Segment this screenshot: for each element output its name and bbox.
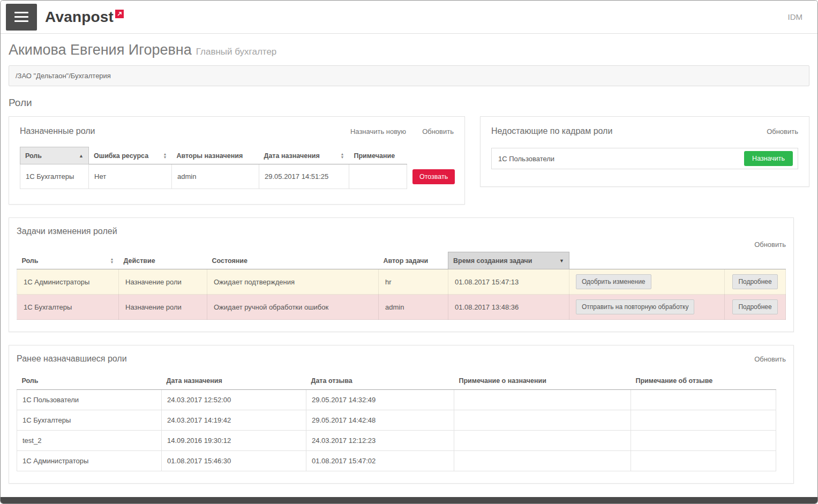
assigned-role-row: 1С Бухгалтеры Нет admin 29.05.2017 14:51…: [20, 164, 454, 189]
cell-assignment-date: 01.08.2017 15:46:30: [162, 450, 306, 471]
cell-revoke-note: [631, 389, 776, 410]
cell-actions: Отозвать: [407, 164, 454, 189]
cell-role: 1С Пользователи: [17, 389, 162, 410]
cell-revoke-date: 24.03.2017 12:12:23: [306, 430, 454, 450]
refresh-previous-roles-link[interactable]: Обновить: [754, 355, 786, 363]
column-header-role[interactable]: Роль: [17, 252, 119, 269]
top-bar: Avanpost IDM: [1, 1, 817, 34]
cell-created-at: 01.08.2017 15:47:13: [448, 269, 569, 295]
cell-details: Подробнее: [725, 269, 786, 295]
cell-assignment-date: 14.09.2016 19:30:12: [162, 430, 306, 450]
user-position: Главный бухгалтер: [196, 47, 277, 57]
refresh-missing-roles-link[interactable]: Обновить: [767, 127, 798, 136]
details-button[interactable]: Подробнее: [732, 274, 777, 289]
column-header-assignment-date[interactable]: Дата назначения: [259, 147, 349, 164]
role-tasks-title: Задачи изменения ролей: [17, 227, 786, 236]
arrow-up-right-icon: [115, 10, 124, 18]
previous-roles-title: Ранее назначавшиеся роли: [17, 354, 127, 364]
column-header-resource-error[interactable]: Ошибка ресурса: [89, 147, 172, 164]
logo-text: Avanpost: [45, 10, 114, 25]
missing-roles-panel: Недостающие по кадрам роли Обновить 1С П…: [480, 116, 809, 187]
column-header-action[interactable]: Действие: [119, 252, 207, 269]
cell-assignment-date: 24.03.2017 14:19:42: [162, 410, 306, 430]
previous-role-row: 1С Администраторы 01.08.2017 15:46:30 01…: [17, 450, 776, 471]
assigned-roles-actions: Назначить новую Обновить: [350, 127, 454, 136]
resubmit-processing-button[interactable]: Отправить на повторную обработку: [576, 299, 694, 314]
assigned-roles-panel: Назначенные роли Назначить новую Обновит…: [9, 116, 465, 205]
assigned-roles-title: Назначенные роли: [20, 126, 95, 136]
cell-revoke-note: [631, 430, 776, 450]
avanpost-logo[interactable]: Avanpost: [45, 10, 124, 25]
content-area: Акимова Евгения ИгоревнаГлавный бухгалте…: [1, 34, 817, 497]
approve-change-button[interactable]: Одобрить изменение: [576, 274, 651, 289]
role-tasks-panel: Задачи изменения ролей Обновить Роль Дей…: [9, 217, 794, 332]
sort-icon: [110, 258, 114, 264]
hamburger-icon: [14, 16, 28, 18]
sort-ascending-icon: [79, 153, 84, 159]
column-header-role[interactable]: Роль: [20, 147, 89, 164]
cell-created-at: 01.08.2017 13:48:36: [448, 295, 569, 320]
previous-role-row: test_2 14.09.2016 19:30:12 24.03.2017 12…: [17, 430, 776, 450]
cell-action: Назначение роли: [119, 295, 207, 320]
cell-role: 1С Бухгалтеры: [17, 295, 119, 320]
product-label: IDM: [788, 12, 803, 21]
table-header-row: Роль Дата назначения Дата отзыва Примеча…: [17, 372, 776, 389]
cell-action: Назначение роли: [119, 269, 207, 295]
cell-assignment-note: [454, 450, 631, 471]
cell-state: Ожидает подтверждения: [207, 269, 379, 295]
cell-resource-error: Нет: [89, 164, 172, 189]
refresh-assigned-roles-link[interactable]: Обновить: [422, 127, 454, 136]
cell-task-action: Одобрить изменение: [569, 269, 725, 295]
sort-descending-icon: [559, 258, 564, 264]
column-header-revoke-note[interactable]: Примечание об отзыве: [631, 372, 776, 389]
cell-revoke-date: 29.05.2017 14:32:49: [306, 389, 454, 410]
cell-note: [349, 164, 407, 189]
refresh-role-tasks-link[interactable]: Обновить: [754, 240, 786, 249]
task-row-error: 1С Бухгалтеры Назначение роли Ожидает ру…: [17, 295, 786, 320]
missing-roles-title: Недостающие по кадрам роли: [491, 126, 612, 136]
org-path: /ЗАО "Дельтаон"/Бухгалтерия: [9, 65, 809, 86]
assign-new-role-link[interactable]: Назначить новую: [350, 127, 406, 136]
menu-button[interactable]: [6, 4, 37, 31]
assign-role-button[interactable]: Назначить: [744, 151, 793, 166]
column-header-assignment-authors[interactable]: Авторы назначения: [172, 147, 259, 164]
user-full-name: Акимова Евгения Игоревна: [9, 42, 192, 58]
app-window: Avanpost IDM Акимова Евгения ИгоревнаГла…: [0, 0, 818, 504]
cell-revoke-date: 01.08.2017 15:47:02: [306, 450, 454, 471]
revoke-role-button[interactable]: Отозвать: [412, 169, 455, 184]
cell-role: 1С Администраторы: [17, 450, 162, 471]
cell-assignment-date: 29.05.2017 14:51:25: [259, 164, 349, 189]
column-header-assignment-date[interactable]: Дата назначения: [162, 372, 306, 389]
previous-roles-header: Ранее назначавшиеся роли Обновить: [17, 354, 786, 364]
column-header-assignment-note[interactable]: Примечание о назначении: [454, 372, 631, 389]
sort-icon: [163, 153, 167, 159]
cell-author: hr: [379, 269, 448, 295]
column-header-task-author[interactable]: Автор задачи: [379, 252, 448, 269]
missing-roles-actions: Обновить: [767, 127, 798, 136]
previous-roles-table: Роль Дата назначения Дата отзыва Примеча…: [17, 372, 776, 471]
bottom-bar: [1, 497, 817, 503]
cell-role: test_2: [17, 430, 162, 450]
column-header-role[interactable]: Роль: [17, 372, 162, 389]
column-header-task-created[interactable]: Время создания задачи: [448, 252, 569, 269]
hamburger-icon: [14, 20, 28, 22]
task-row-pending: 1С Администраторы Назначение роли Ожидае…: [17, 269, 786, 295]
table-header-row: Роль Ошибка ресурса Авторы назначения Да…: [20, 147, 454, 164]
cell-role: 1С Бухгалтеры: [17, 410, 162, 430]
top-panels-row: Назначенные роли Назначить новую Обновит…: [9, 116, 809, 205]
column-header-state[interactable]: Состояние: [207, 252, 379, 269]
missing-role-name: 1С Пользователи: [498, 155, 554, 163]
cell-revoke-note: [631, 410, 776, 430]
missing-role-row: 1С Пользователи Назначить: [491, 148, 798, 169]
details-button[interactable]: Подробнее: [732, 299, 777, 314]
column-header-note[interactable]: Примечание: [349, 147, 407, 164]
assigned-roles-header: Назначенные роли Назначить новую Обновит…: [20, 126, 454, 136]
previous-roles-actions: Обновить: [754, 355, 786, 363]
role-tasks-table: Роль Действие Состояние Автор задачи Вре: [17, 252, 786, 320]
column-header-revoke-date[interactable]: Дата отзыва: [306, 372, 454, 389]
cell-role: 1С Администраторы: [17, 269, 119, 295]
column-header-actions: [407, 147, 454, 164]
cell-details: Подробнее: [725, 295, 786, 320]
previous-role-row: 1С Бухгалтеры 24.03.2017 14:19:42 29.05.…: [17, 410, 776, 430]
role-tasks-actions: Обновить: [17, 240, 786, 249]
